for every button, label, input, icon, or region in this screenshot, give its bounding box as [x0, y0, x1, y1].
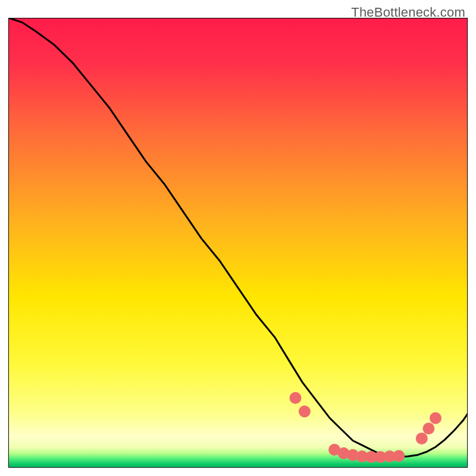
chart-container: [8, 18, 468, 468]
marker-dot: [416, 433, 428, 444]
marker-dot: [290, 392, 302, 404]
marker-dot: [430, 412, 441, 424]
chart-svg: [8, 18, 468, 468]
marker-dot: [393, 450, 405, 462]
gradient-background: [8, 18, 468, 468]
marker-dot: [299, 406, 311, 418]
marker-dot: [422, 422, 434, 434]
watermark-text: TheBottleneck.com: [351, 5, 465, 20]
